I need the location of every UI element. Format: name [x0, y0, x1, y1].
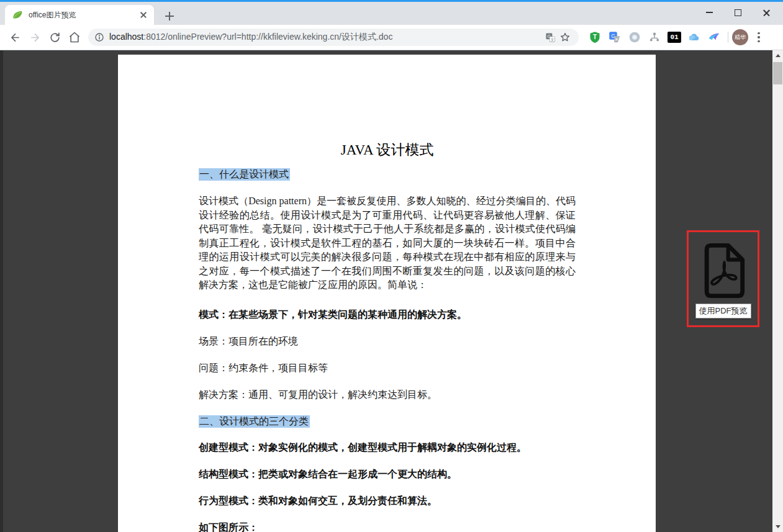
figure-caption-line: 如下图所示：: [199, 521, 576, 532]
spring-leaf-favicon: [12, 10, 23, 20]
home-button[interactable]: [65, 27, 84, 47]
swallow-bird-icon[interactable]: [706, 29, 722, 45]
chrome-menu-icon[interactable]: [751, 29, 767, 45]
vertical-scrollbar[interactable]: [772, 50, 783, 532]
browser-toolbar: localhost:8012/onlinePreview?url=http://…: [0, 25, 783, 50]
tab-title: office图片预览: [29, 10, 138, 20]
document-title: JAVA 设计模式: [199, 142, 576, 159]
tab-strip: office图片预览: [0, 0, 783, 25]
creational-line: 创建型模式：对象实例化的模式，创建型模式用于解耦对象的实例化过程。: [199, 441, 576, 454]
solution-line: 解决方案：通用、可复用的设计，解决约束达到目标。: [199, 388, 576, 402]
home-icon: [68, 31, 81, 43]
url-host: localhost: [109, 32, 143, 42]
heading-2: 二、设计模式的三个分类: [199, 415, 576, 428]
close-icon: [763, 9, 771, 17]
tab-office-preview[interactable]: office图片预览: [5, 5, 154, 25]
swirl-circle-icon[interactable]: [627, 29, 643, 45]
scene-line: 场景：项目所在的环境: [199, 335, 576, 348]
paragraph-1: 设计模式（Design pattern）是一套被反复使用、多数人知晓的、经过分类…: [199, 194, 576, 292]
bookmark-star-icon[interactable]: [558, 30, 573, 45]
sitemap-icon[interactable]: [646, 29, 663, 45]
structural-line: 结构型模式：把类或对象结合在一起形成一个更大的结构。: [199, 467, 576, 481]
profile-avatar[interactable]: 精华: [732, 29, 748, 45]
plus-icon: [165, 12, 174, 20]
heading-1: 一、什么是设计模式: [199, 168, 576, 181]
address-bar[interactable]: localhost:8012/onlinePreview?url=http://…: [88, 29, 579, 46]
back-icon: [9, 32, 21, 43]
reload-icon: [49, 32, 61, 43]
translate-extension-icon[interactable]: G✕: [607, 29, 623, 45]
tampermonkey-shield-icon[interactable]: T: [587, 29, 603, 45]
pdf-preview-label: 使用PDF预览: [695, 304, 751, 318]
maximize-button[interactable]: [723, 2, 752, 23]
browser-window: office图片预览 localhost:8012/onlinePreview?…: [0, 0, 783, 532]
reload-button[interactable]: [45, 27, 65, 47]
info-icon[interactable]: [94, 32, 104, 42]
url-text[interactable]: localhost:8012/onlinePreview?url=http://…: [109, 32, 543, 43]
scroll-down-icon[interactable]: [772, 521, 783, 532]
extension-icons: T G✕ 01 精华: [585, 29, 767, 45]
svg-text:✕: ✕: [615, 37, 618, 42]
window-controls: [695, 2, 781, 23]
badge-01-icon[interactable]: 01: [666, 29, 682, 45]
svg-text:文: 文: [550, 37, 554, 41]
document-page: JAVA 设计模式 一、什么是设计模式 设计模式（Design pattern）…: [118, 55, 656, 532]
problem-line: 问题：约束条件，项目目标等: [199, 361, 576, 375]
scrollbar-thumb[interactable]: [773, 62, 782, 84]
close-button[interactable]: [752, 2, 781, 23]
pdf-file-icon: [699, 242, 748, 299]
minimize-button[interactable]: [695, 2, 723, 23]
document-body: JAVA 设计模式 一、什么是设计模式 设计模式（Design pattern）…: [118, 55, 656, 532]
forward-button[interactable]: [25, 27, 45, 47]
pattern-definition-line: 模式：在某些场景下，针对某类问题的某种通用的解决方案。: [199, 308, 576, 322]
tab-close-icon[interactable]: [138, 9, 149, 20]
pdf-preview-button[interactable]: 使用PDF预览: [687, 230, 759, 327]
behavioral-line: 行为型模式：类和对象如何交互，及划分责任和算法。: [199, 494, 576, 508]
new-tab-button[interactable]: [161, 8, 178, 24]
maximize-icon: [735, 9, 741, 16]
scroll-up-icon[interactable]: [772, 50, 783, 61]
cloud-icon[interactable]: [686, 29, 702, 45]
url-path: :8012/onlinePreview?url=http://kkfilevie…: [143, 32, 392, 42]
translate-page-icon[interactable]: G文: [543, 30, 558, 45]
toolbar-separator: [728, 32, 728, 43]
content-area: JAVA 设计模式 一、什么是设计模式 设计模式（Design pattern）…: [0, 50, 783, 532]
svg-text:T: T: [593, 34, 597, 40]
forward-icon: [29, 32, 41, 43]
minimize-icon: [706, 12, 713, 13]
back-button[interactable]: [5, 27, 25, 47]
